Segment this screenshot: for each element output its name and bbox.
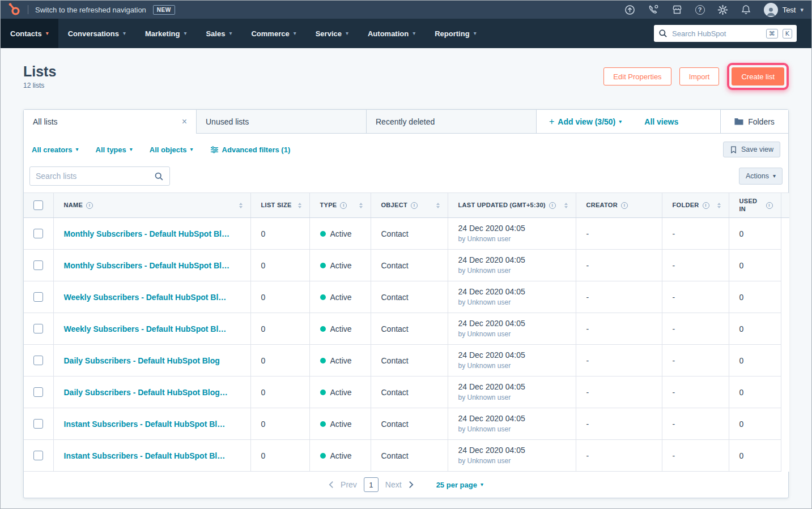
nav-marketing[interactable]: Marketing — [135, 19, 196, 48]
creator-value: - — [576, 281, 662, 313]
info-icon[interactable] — [340, 202, 347, 209]
import-button[interactable]: Import — [679, 67, 720, 85]
page-number[interactable]: 1 — [364, 477, 379, 492]
col-object: OBJECT — [381, 202, 407, 209]
info-icon[interactable] — [549, 202, 556, 209]
sort-icon[interactable] — [239, 203, 243, 208]
row-checkbox[interactable] — [33, 451, 43, 460]
advanced-filters-button[interactable]: Advanced filters (1) — [210, 146, 291, 154]
plus-icon — [549, 117, 554, 127]
user-menu[interactable]: Test — [764, 3, 804, 17]
per-page-dropdown[interactable]: 25 per page — [436, 481, 483, 489]
create-list-button[interactable]: Create list — [732, 67, 784, 85]
row-checkbox[interactable] — [33, 260, 43, 270]
row-checkbox[interactable] — [33, 229, 43, 238]
info-icon[interactable] — [86, 202, 93, 209]
nav-sales[interactable]: Sales — [196, 19, 241, 48]
list-size-value: 0 — [250, 313, 309, 345]
primary-nav: Contacts Conversations Marketing Sales C… — [1, 19, 811, 48]
save-view-button[interactable]: Save view — [723, 142, 780, 157]
tab-recently-deleted[interactable]: Recently deleted — [367, 110, 537, 134]
all-types-dropdown[interactable]: All types — [96, 146, 133, 154]
chevron-down-icon — [481, 482, 483, 487]
list-name-link[interactable]: Instant Subscribers - Default HubSpot Bl… — [64, 420, 226, 429]
search-lists-input[interactable] — [36, 172, 154, 181]
next-button[interactable]: Next — [385, 480, 402, 489]
nav-label: Marketing — [145, 29, 180, 38]
creator-value: - — [576, 408, 662, 440]
help-icon[interactable] — [695, 5, 705, 15]
all-creators-dropdown[interactable]: All creators — [32, 146, 79, 154]
nav-automation[interactable]: Automation — [358, 19, 425, 48]
updated-date: 24 Dec 2020 04:05 — [458, 223, 568, 234]
status-label: Active — [330, 356, 352, 365]
object-value: Contact — [371, 408, 448, 440]
nav-conversations[interactable]: Conversations — [58, 19, 135, 48]
list-name-link[interactable]: Daily Subscribers - Default HubSpot Blog — [64, 356, 220, 365]
row-checkbox[interactable] — [33, 292, 43, 302]
sort-icon[interactable] — [359, 203, 363, 208]
nav-contacts[interactable]: Contacts — [1, 19, 58, 48]
col-name: NAME — [64, 202, 83, 209]
list-name-link[interactable]: Weekly Subscribers - Default HubSpot Bl… — [64, 293, 227, 302]
info-icon[interactable] — [703, 202, 709, 209]
filter-label: All objects — [150, 146, 187, 154]
all-objects-dropdown[interactable]: All objects — [150, 146, 193, 154]
chevron-down-icon — [474, 31, 477, 36]
tab-all-lists[interactable]: All lists — [24, 110, 197, 134]
nav-service[interactable]: Service — [306, 19, 358, 48]
chevron-right-icon[interactable] — [409, 481, 414, 489]
list-name-link[interactable]: Instant Subscribers - Default HubSpot Bl… — [64, 451, 226, 460]
sort-icon[interactable] — [436, 203, 440, 208]
info-icon[interactable] — [411, 202, 418, 209]
status-label: Active — [330, 451, 352, 460]
marketplace-icon[interactable] — [671, 4, 683, 15]
page-header: Lists 12 lists Edit Properties Import Cr… — [23, 48, 789, 90]
row-checkbox[interactable] — [33, 419, 43, 429]
list-name-link[interactable]: Weekly Subscribers - Default HubSpot Bl… — [64, 324, 227, 333]
row-checkbox[interactable] — [33, 324, 43, 333]
used-in-value: 0 — [729, 281, 781, 313]
filter-label: All creators — [32, 146, 73, 154]
chevron-down-icon — [46, 31, 49, 36]
notifications-bell-icon[interactable] — [741, 4, 751, 15]
sort-icon[interactable] — [717, 203, 721, 208]
global-search[interactable]: ⌘ K — [654, 25, 797, 42]
used-in-value: 0 — [729, 377, 781, 408]
upgrade-icon[interactable] — [624, 5, 635, 15]
search-icon[interactable] — [154, 172, 164, 181]
search-lists-box[interactable] — [29, 166, 170, 186]
close-icon[interactable] — [182, 117, 187, 126]
prev-button[interactable]: Prev — [341, 480, 357, 489]
folders-button[interactable]: Folders — [720, 110, 788, 134]
chevron-left-icon[interactable] — [329, 481, 334, 489]
nav-reporting[interactable]: Reporting — [425, 19, 486, 48]
row-checkbox[interactable] — [33, 356, 43, 365]
list-name-link[interactable]: Monthly Subscribers - Default HubSpot Bl… — [64, 261, 229, 270]
info-icon[interactable] — [766, 202, 773, 209]
list-name-link[interactable]: Daily Subscribers - Default HubSpot Blog… — [64, 388, 228, 397]
global-search-input[interactable] — [672, 29, 762, 38]
add-view-button[interactable]: Add view (3/50) — [549, 117, 622, 127]
settings-gear-icon[interactable] — [717, 5, 728, 15]
nav-label: Service — [316, 29, 342, 38]
updated-by: by Unknown user — [458, 330, 568, 339]
user-name: Test — [783, 6, 796, 14]
row-checkbox[interactable] — [33, 387, 43, 397]
lists-table: NAME LIST SIZE TYPE OBJECT LAST UPDATED … — [24, 193, 789, 472]
hubspot-logo-icon[interactable] — [7, 2, 21, 17]
all-views-link[interactable]: All views — [644, 117, 678, 126]
sliders-icon — [210, 146, 219, 154]
tab-unused-lists[interactable]: Unused lists — [197, 110, 367, 134]
select-all-checkbox[interactable] — [33, 200, 43, 210]
list-name-link[interactable]: Monthly Subscribers - Default HubSpot Bl… — [64, 229, 229, 238]
info-icon[interactable] — [621, 202, 628, 209]
sort-icon[interactable] — [298, 203, 301, 208]
sort-icon[interactable] — [564, 203, 568, 208]
actions-dropdown[interactable]: Actions — [739, 168, 783, 185]
calls-icon[interactable] — [648, 4, 659, 15]
refreshed-nav-link[interactable]: Switch to the refreshed navigation — [35, 6, 146, 14]
edit-properties-button[interactable]: Edit Properties — [603, 67, 671, 85]
used-in-value: 0 — [729, 218, 781, 250]
nav-commerce[interactable]: Commerce — [241, 19, 305, 48]
